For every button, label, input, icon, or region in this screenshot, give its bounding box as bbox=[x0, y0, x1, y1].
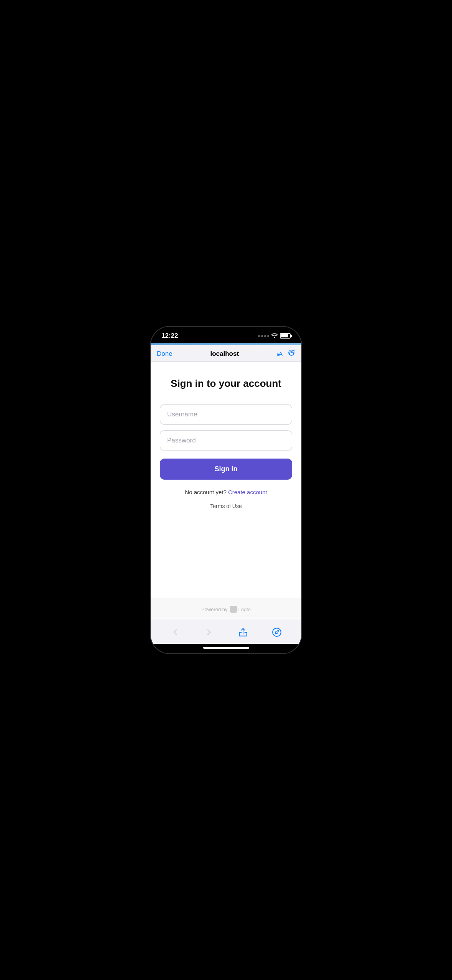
logto-brand-name: Logto bbox=[238, 607, 251, 612]
no-account-label: No account yet? bbox=[185, 489, 226, 495]
phone-frame: 12:22 Done localhost bbox=[151, 327, 301, 653]
powered-by-text: Powered by Logto bbox=[151, 606, 301, 613]
status-time: 12:22 bbox=[161, 332, 178, 340]
browser-nav-bar: Done localhost aA bbox=[151, 345, 301, 362]
browser-bottom-bar bbox=[151, 619, 301, 644]
wifi-icon bbox=[271, 333, 278, 339]
status-bar: 12:22 bbox=[151, 327, 301, 343]
sign-in-button[interactable]: Sign in bbox=[160, 459, 292, 480]
sign-in-container: Sign in to your account Sign in No accou… bbox=[151, 362, 301, 598]
terms-of-use-link[interactable]: Terms of Use bbox=[210, 503, 242, 509]
logto-logo: Logto bbox=[230, 606, 251, 613]
battery-icon bbox=[280, 333, 291, 339]
signal-icon bbox=[258, 335, 269, 337]
done-button[interactable]: Done bbox=[157, 350, 173, 358]
back-button[interactable] bbox=[167, 624, 184, 641]
status-icons bbox=[258, 333, 291, 339]
browser-chrome: Done localhost aA bbox=[151, 343, 301, 362]
share-button[interactable] bbox=[235, 624, 251, 641]
home-bar bbox=[203, 647, 249, 649]
sign-in-title: Sign in to your account bbox=[171, 377, 281, 390]
username-field-group bbox=[160, 404, 292, 425]
web-content: Sign in to your account Sign in No accou… bbox=[151, 362, 301, 619]
font-size-button[interactable]: aA bbox=[277, 350, 282, 357]
svg-marker-1 bbox=[275, 630, 278, 634]
create-account-link[interactable]: Create account bbox=[228, 489, 267, 495]
svg-point-0 bbox=[273, 628, 281, 636]
browser-controls: aA bbox=[277, 349, 295, 358]
no-account-text: No account yet? Create account bbox=[185, 489, 267, 495]
password-field-group bbox=[160, 430, 292, 451]
reload-button[interactable] bbox=[288, 349, 295, 358]
compass-button[interactable] bbox=[268, 624, 285, 641]
username-input[interactable] bbox=[160, 404, 292, 425]
powered-by-section: Powered by Logto bbox=[151, 598, 301, 619]
password-input[interactable] bbox=[160, 430, 292, 451]
browser-title: localhost bbox=[210, 350, 239, 358]
home-indicator bbox=[151, 644, 301, 653]
logto-logo-icon bbox=[230, 606, 237, 613]
powered-by-label: Powered by bbox=[201, 607, 228, 612]
forward-button[interactable] bbox=[201, 624, 217, 641]
